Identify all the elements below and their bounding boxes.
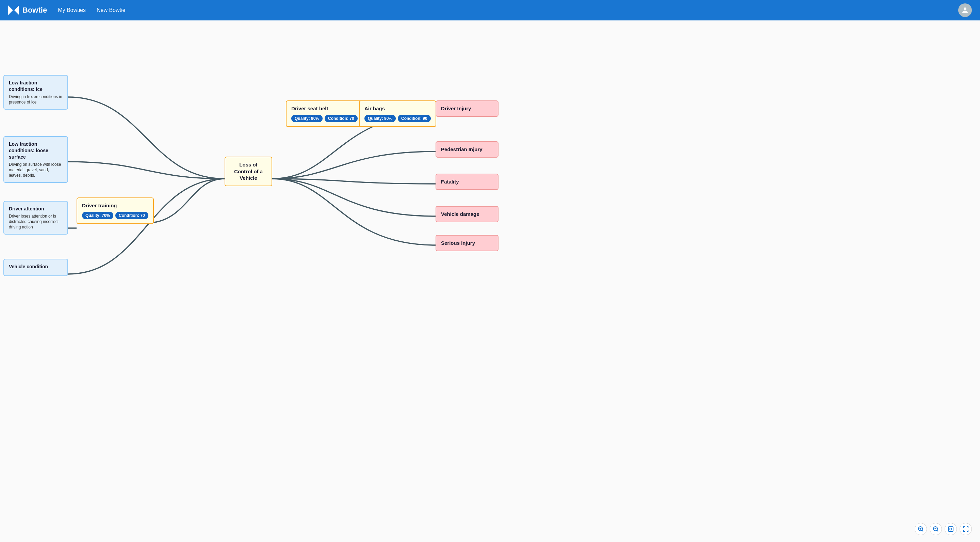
barrier-training-badges: Quality: 70% Condition: 70 — [82, 212, 148, 219]
barrier-airbags[interactable]: Air bags Quality: 90% Condition: 90 — [359, 100, 436, 127]
barrier-seatbelt-title: Driver seat belt — [291, 105, 358, 112]
consequence-pedestrian-injury-title: Pedestrian Injury — [441, 146, 493, 153]
badge-quality: Quality: 70% — [82, 212, 113, 219]
zoom-in-button[interactable] — [915, 523, 927, 535]
diagram-canvas: Low traction conditions: ice Driving in … — [0, 21, 980, 542]
zoom-out-button[interactable] — [930, 523, 942, 535]
user-avatar[interactable] — [958, 3, 972, 17]
avatar-icon — [961, 6, 969, 14]
barrier-seatbelt-badges: Quality: 90% Condition: 70 — [291, 115, 358, 122]
consequence-vehicle-damage-title: Vehicle damage — [441, 211, 493, 218]
fullscreen-icon — [963, 526, 969, 532]
brand-name: Bowtie — [22, 6, 47, 14]
svg-point-2 — [964, 8, 966, 10]
consequence-fatality-title: Fatality — [441, 179, 493, 185]
consequence-serious-injury-title: Serious Injury — [441, 240, 493, 247]
cause-attention-desc: Driver loses attention or is distracted … — [9, 214, 63, 230]
cause-node-loose[interactable]: Low traction conditions: loose surface D… — [3, 136, 68, 183]
fit-button[interactable] — [945, 523, 957, 535]
barrier-airbags-badges: Quality: 90% Condition: 90 — [364, 115, 431, 122]
zoom-controls — [915, 523, 972, 535]
svg-line-9 — [937, 531, 939, 532]
zoom-in-icon — [918, 526, 924, 532]
barrier-driver-training[interactable]: Driver training Quality: 70% Condition: … — [76, 198, 154, 224]
svg-marker-0 — [8, 5, 13, 15]
central-node[interactable]: Loss of Control of a Vehicle — [224, 156, 272, 186]
cause-node-attention[interactable]: Driver attention Driver loses attention … — [3, 201, 68, 234]
svg-line-6 — [922, 531, 924, 532]
consequence-vehicle-damage[interactable]: Vehicle damage — [436, 206, 498, 222]
badge-airbag-quality: Quality: 90% — [364, 115, 396, 122]
consequence-driver-injury[interactable]: Driver Injury — [436, 100, 498, 117]
nav-my-bowties[interactable]: My Bowties — [58, 7, 86, 13]
badge-airbag-condition: Condition: 90 — [398, 115, 431, 122]
badge-seatbelt-quality: Quality: 90% — [291, 115, 323, 122]
cause-ice-desc: Driving in frozen conditions in presence… — [9, 94, 63, 105]
svg-rect-10 — [948, 527, 953, 531]
consequence-pedestrian-injury[interactable]: Pedestrian Injury — [436, 141, 498, 158]
barrier-training-title: Driver training — [82, 202, 148, 209]
bowtie-logo-icon — [8, 5, 19, 15]
connections-svg — [0, 21, 980, 542]
fit-icon — [948, 526, 954, 532]
barrier-seat-belt[interactable]: Driver seat belt Quality: 90% Condition:… — [286, 100, 363, 127]
nav-logo: Bowtie — [8, 5, 47, 15]
consequence-serious-injury[interactable]: Serious Injury — [436, 235, 498, 251]
cause-loose-desc: Driving on surface with loose material, … — [9, 162, 63, 179]
badge-condition: Condition: 70 — [115, 212, 148, 219]
svg-point-11 — [950, 528, 952, 530]
nav-new-bowtie[interactable]: New Bowtie — [97, 7, 125, 13]
barrier-airbags-title: Air bags — [364, 105, 431, 112]
cause-loose-title: Low traction conditions: loose surface — [9, 141, 63, 160]
fullscreen-button[interactable] — [959, 523, 972, 535]
cause-node-vehicle[interactable]: Vehicle condition — [3, 259, 68, 276]
consequence-driver-injury-title: Driver Injury — [441, 105, 493, 112]
cause-node-ice[interactable]: Low traction conditions: ice Driving in … — [3, 75, 68, 110]
cause-ice-title: Low traction conditions: ice — [9, 80, 63, 92]
navbar: Bowtie My Bowties New Bowtie — [0, 0, 980, 21]
zoom-out-icon — [933, 526, 939, 532]
cause-attention-title: Driver attention — [9, 206, 63, 212]
consequence-fatality[interactable]: Fatality — [436, 174, 498, 190]
badge-seatbelt-condition: Condition: 70 — [325, 115, 358, 122]
cause-vehicle-title: Vehicle condition — [9, 263, 63, 270]
svg-marker-1 — [14, 5, 19, 15]
central-title: Loss of Control of a Vehicle — [230, 161, 267, 182]
